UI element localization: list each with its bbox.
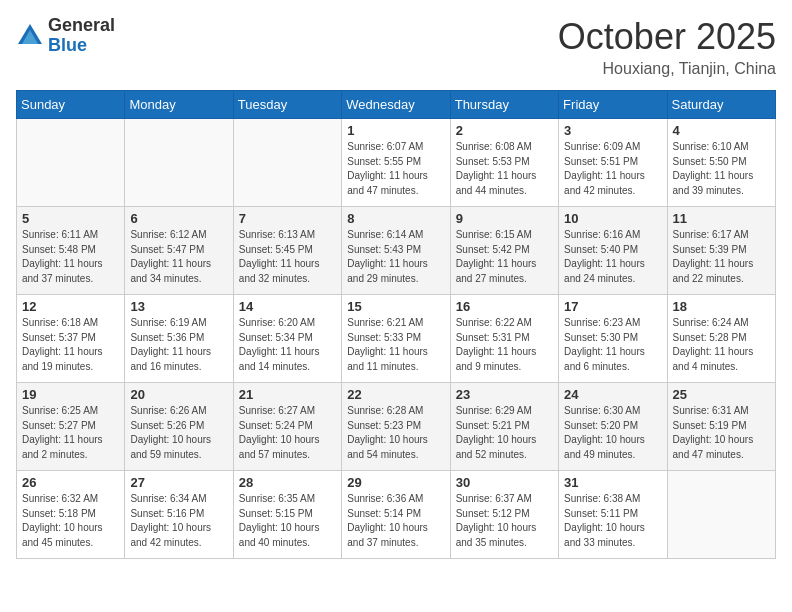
calendar-cell	[233, 119, 341, 207]
day-number: 5	[22, 211, 119, 226]
day-number: 12	[22, 299, 119, 314]
calendar-cell: 26Sunrise: 6:32 AMSunset: 5:18 PMDayligh…	[17, 471, 125, 559]
day-info: Sunrise: 6:20 AMSunset: 5:34 PMDaylight:…	[239, 316, 336, 374]
calendar-cell: 29Sunrise: 6:36 AMSunset: 5:14 PMDayligh…	[342, 471, 450, 559]
calendar-cell: 9Sunrise: 6:15 AMSunset: 5:42 PMDaylight…	[450, 207, 558, 295]
day-info: Sunrise: 6:22 AMSunset: 5:31 PMDaylight:…	[456, 316, 553, 374]
day-number: 6	[130, 211, 227, 226]
calendar-cell: 11Sunrise: 6:17 AMSunset: 5:39 PMDayligh…	[667, 207, 775, 295]
calendar-cell: 23Sunrise: 6:29 AMSunset: 5:21 PMDayligh…	[450, 383, 558, 471]
day-number: 22	[347, 387, 444, 402]
day-number: 8	[347, 211, 444, 226]
calendar-cell: 21Sunrise: 6:27 AMSunset: 5:24 PMDayligh…	[233, 383, 341, 471]
calendar-cell: 8Sunrise: 6:14 AMSunset: 5:43 PMDaylight…	[342, 207, 450, 295]
day-number: 17	[564, 299, 661, 314]
logo-icon	[16, 22, 44, 50]
weekday-header-wednesday: Wednesday	[342, 91, 450, 119]
day-info: Sunrise: 6:21 AMSunset: 5:33 PMDaylight:…	[347, 316, 444, 374]
day-info: Sunrise: 6:38 AMSunset: 5:11 PMDaylight:…	[564, 492, 661, 550]
day-info: Sunrise: 6:15 AMSunset: 5:42 PMDaylight:…	[456, 228, 553, 286]
calendar-week-row: 19Sunrise: 6:25 AMSunset: 5:27 PMDayligh…	[17, 383, 776, 471]
day-number: 18	[673, 299, 770, 314]
calendar-cell: 2Sunrise: 6:08 AMSunset: 5:53 PMDaylight…	[450, 119, 558, 207]
weekday-header-monday: Monday	[125, 91, 233, 119]
day-info: Sunrise: 6:28 AMSunset: 5:23 PMDaylight:…	[347, 404, 444, 462]
day-info: Sunrise: 6:31 AMSunset: 5:19 PMDaylight:…	[673, 404, 770, 462]
calendar-cell	[17, 119, 125, 207]
logo: General Blue	[16, 16, 115, 56]
day-info: Sunrise: 6:07 AMSunset: 5:55 PMDaylight:…	[347, 140, 444, 198]
calendar-cell: 17Sunrise: 6:23 AMSunset: 5:30 PMDayligh…	[559, 295, 667, 383]
day-info: Sunrise: 6:24 AMSunset: 5:28 PMDaylight:…	[673, 316, 770, 374]
day-number: 25	[673, 387, 770, 402]
day-number: 30	[456, 475, 553, 490]
calendar-cell: 25Sunrise: 6:31 AMSunset: 5:19 PMDayligh…	[667, 383, 775, 471]
day-info: Sunrise: 6:23 AMSunset: 5:30 PMDaylight:…	[564, 316, 661, 374]
day-number: 24	[564, 387, 661, 402]
day-info: Sunrise: 6:09 AMSunset: 5:51 PMDaylight:…	[564, 140, 661, 198]
day-info: Sunrise: 6:32 AMSunset: 5:18 PMDaylight:…	[22, 492, 119, 550]
day-info: Sunrise: 6:19 AMSunset: 5:36 PMDaylight:…	[130, 316, 227, 374]
day-info: Sunrise: 6:08 AMSunset: 5:53 PMDaylight:…	[456, 140, 553, 198]
day-info: Sunrise: 6:16 AMSunset: 5:40 PMDaylight:…	[564, 228, 661, 286]
day-info: Sunrise: 6:25 AMSunset: 5:27 PMDaylight:…	[22, 404, 119, 462]
day-number: 2	[456, 123, 553, 138]
calendar-cell: 4Sunrise: 6:10 AMSunset: 5:50 PMDaylight…	[667, 119, 775, 207]
day-number: 16	[456, 299, 553, 314]
calendar-cell: 3Sunrise: 6:09 AMSunset: 5:51 PMDaylight…	[559, 119, 667, 207]
calendar-week-row: 26Sunrise: 6:32 AMSunset: 5:18 PMDayligh…	[17, 471, 776, 559]
calendar-table: SundayMondayTuesdayWednesdayThursdayFrid…	[16, 90, 776, 559]
calendar-cell: 16Sunrise: 6:22 AMSunset: 5:31 PMDayligh…	[450, 295, 558, 383]
calendar-cell: 1Sunrise: 6:07 AMSunset: 5:55 PMDaylight…	[342, 119, 450, 207]
weekday-header-saturday: Saturday	[667, 91, 775, 119]
logo-text: General Blue	[48, 16, 115, 56]
weekday-header-friday: Friday	[559, 91, 667, 119]
calendar-cell: 7Sunrise: 6:13 AMSunset: 5:45 PMDaylight…	[233, 207, 341, 295]
day-info: Sunrise: 6:11 AMSunset: 5:48 PMDaylight:…	[22, 228, 119, 286]
day-number: 27	[130, 475, 227, 490]
day-number: 26	[22, 475, 119, 490]
calendar-cell: 24Sunrise: 6:30 AMSunset: 5:20 PMDayligh…	[559, 383, 667, 471]
weekday-header-row: SundayMondayTuesdayWednesdayThursdayFrid…	[17, 91, 776, 119]
day-number: 23	[456, 387, 553, 402]
day-number: 7	[239, 211, 336, 226]
day-number: 3	[564, 123, 661, 138]
weekday-header-thursday: Thursday	[450, 91, 558, 119]
calendar-cell: 20Sunrise: 6:26 AMSunset: 5:26 PMDayligh…	[125, 383, 233, 471]
day-info: Sunrise: 6:30 AMSunset: 5:20 PMDaylight:…	[564, 404, 661, 462]
calendar-cell	[125, 119, 233, 207]
day-number: 1	[347, 123, 444, 138]
calendar-week-row: 5Sunrise: 6:11 AMSunset: 5:48 PMDaylight…	[17, 207, 776, 295]
weekday-header-sunday: Sunday	[17, 91, 125, 119]
day-number: 10	[564, 211, 661, 226]
day-number: 4	[673, 123, 770, 138]
calendar-cell: 10Sunrise: 6:16 AMSunset: 5:40 PMDayligh…	[559, 207, 667, 295]
calendar-cell: 28Sunrise: 6:35 AMSunset: 5:15 PMDayligh…	[233, 471, 341, 559]
day-number: 15	[347, 299, 444, 314]
calendar-cell: 15Sunrise: 6:21 AMSunset: 5:33 PMDayligh…	[342, 295, 450, 383]
calendar-cell: 6Sunrise: 6:12 AMSunset: 5:47 PMDaylight…	[125, 207, 233, 295]
calendar-cell: 18Sunrise: 6:24 AMSunset: 5:28 PMDayligh…	[667, 295, 775, 383]
page-header: General Blue October 2025 Houxiang, Tian…	[16, 16, 776, 78]
calendar-week-row: 1Sunrise: 6:07 AMSunset: 5:55 PMDaylight…	[17, 119, 776, 207]
day-info: Sunrise: 6:13 AMSunset: 5:45 PMDaylight:…	[239, 228, 336, 286]
calendar-cell: 5Sunrise: 6:11 AMSunset: 5:48 PMDaylight…	[17, 207, 125, 295]
calendar-cell: 30Sunrise: 6:37 AMSunset: 5:12 PMDayligh…	[450, 471, 558, 559]
day-info: Sunrise: 6:29 AMSunset: 5:21 PMDaylight:…	[456, 404, 553, 462]
day-number: 9	[456, 211, 553, 226]
day-number: 31	[564, 475, 661, 490]
logo-blue: Blue	[48, 35, 87, 55]
day-info: Sunrise: 6:34 AMSunset: 5:16 PMDaylight:…	[130, 492, 227, 550]
calendar-cell: 13Sunrise: 6:19 AMSunset: 5:36 PMDayligh…	[125, 295, 233, 383]
day-info: Sunrise: 6:10 AMSunset: 5:50 PMDaylight:…	[673, 140, 770, 198]
day-info: Sunrise: 6:14 AMSunset: 5:43 PMDaylight:…	[347, 228, 444, 286]
calendar-cell: 14Sunrise: 6:20 AMSunset: 5:34 PMDayligh…	[233, 295, 341, 383]
day-info: Sunrise: 6:37 AMSunset: 5:12 PMDaylight:…	[456, 492, 553, 550]
calendar-cell: 19Sunrise: 6:25 AMSunset: 5:27 PMDayligh…	[17, 383, 125, 471]
day-number: 21	[239, 387, 336, 402]
day-number: 13	[130, 299, 227, 314]
month-title: October 2025	[558, 16, 776, 58]
logo-general: General	[48, 15, 115, 35]
day-info: Sunrise: 6:18 AMSunset: 5:37 PMDaylight:…	[22, 316, 119, 374]
location-title: Houxiang, Tianjin, China	[558, 60, 776, 78]
